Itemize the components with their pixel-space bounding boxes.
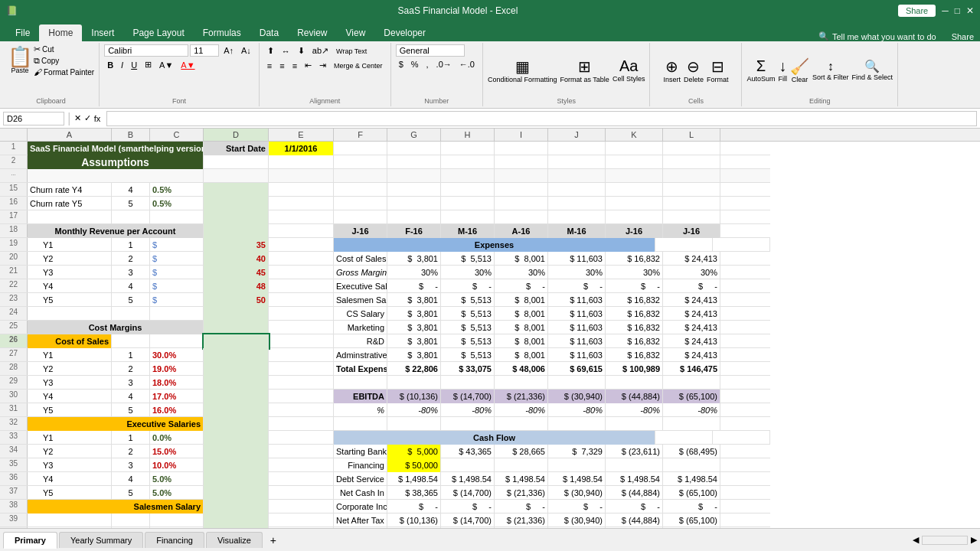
cell-D2[interactable] [204,155,269,169]
cell-K1[interactable] [606,142,663,155]
align-bottom-button[interactable]: ⬇ [295,44,308,57]
cell-A18[interactable]: Monthly Revenue per Account [28,224,204,238]
sheet-tab-primary[interactable]: Primary [3,532,57,549]
merge-center-button[interactable]: Merge & Center [331,60,386,71]
col-header-H[interactable]: H [441,129,495,141]
share-btn[interactable]: Share [952,32,974,41]
col-header-J[interactable]: J [548,129,606,141]
cell-A1[interactable]: SaaS Financial Model (smarthelping versi… [28,142,204,155]
minimize-icon[interactable]: ─ [942,5,949,16]
cell-styles-button[interactable]: Aa Cell Styles [612,57,645,83]
tab-developer[interactable]: Developer [374,24,435,41]
align-center-button[interactable]: ≡ [276,60,287,72]
cell-L1[interactable] [663,142,720,155]
increase-font-button[interactable]: A↑ [220,44,237,57]
cell-J2[interactable] [548,155,606,169]
percent-button[interactable]: % [408,58,422,70]
decrease-font-button[interactable]: A↓ [238,44,254,57]
cell-reference-box[interactable] [3,112,64,126]
cell-L2[interactable] [663,155,720,169]
col-header-I[interactable]: I [495,129,548,141]
cell-A15[interactable]: Churn rate Y4 [28,183,112,197]
cell-E16[interactable] [269,197,334,210]
number-format-dropdown[interactable] [396,44,465,57]
currency-button[interactable]: $ [396,58,407,70]
fill-button[interactable]: ↓ Fill [778,57,787,83]
col-header-K[interactable]: K [606,129,663,141]
col-header-G[interactable]: G [387,129,441,141]
format-as-table-button[interactable]: ⊞ Format as Table [560,57,609,83]
cell-E1[interactable]: 1/1/2016 [269,142,334,155]
close-icon[interactable]: ✕ [966,5,974,16]
tab-insert[interactable]: Insert [82,24,123,41]
cell-D1[interactable]: Start Date [204,142,269,155]
cell-D16[interactable] [204,197,269,210]
align-top-button[interactable]: ⬆ [264,44,277,57]
cell-H1[interactable] [441,142,495,155]
cell-B16[interactable]: 5 [112,197,150,210]
conditional-formatting-button[interactable]: ▦ Conditional Formatting [488,57,557,83]
cell-I16[interactable] [495,197,548,210]
col-header-L[interactable]: L [663,129,720,141]
cell-J15[interactable] [548,183,606,197]
share-button[interactable]: Share [898,5,936,17]
format-painter-button[interactable]: 🖌Format Painter [34,67,94,77]
border-button[interactable]: ⊞ [142,58,155,71]
font-size-input[interactable] [190,44,219,57]
tab-file[interactable]: File [6,24,39,41]
cell-H15[interactable] [441,183,495,197]
cell-K15[interactable] [606,183,663,197]
tab-data[interactable]: Data [250,24,288,41]
cell-L15[interactable] [663,183,720,197]
cell-A2[interactable]: Assumptions [28,155,204,169]
sheet-tab-yearly[interactable]: Yearly Summary [59,532,143,548]
cell-D18[interactable] [204,224,269,238]
cell-E2[interactable] [269,155,334,169]
cell-J1[interactable] [548,142,606,155]
col-header-E[interactable]: E [269,129,334,141]
decrease-decimal-button[interactable]: ←.0 [456,58,478,70]
font-name-input[interactable] [104,44,188,57]
tab-formulas[interactable]: Formulas [194,24,250,41]
cell-C16[interactable]: 0.5% [150,197,204,210]
bold-button[interactable]: B [104,59,116,71]
format-cell-button[interactable]: ⊟ Format [707,57,729,83]
decrease-indent-button[interactable]: ⇤ [302,59,315,72]
cell-A16[interactable]: Churn rate Y5 [28,197,112,210]
cell-K2[interactable] [606,155,663,169]
increase-decimal-button[interactable]: .0→ [433,58,455,70]
copy-button[interactable]: ⧉Copy [34,56,94,66]
cell-G16[interactable] [387,197,441,210]
cell-D15[interactable] [204,183,269,197]
cut-button[interactable]: ✂Cut [34,44,94,54]
cell-J16[interactable] [548,197,606,210]
fill-color-button[interactable]: A▼ [156,59,176,71]
cell-K16[interactable] [606,197,663,210]
cell-F2[interactable] [334,155,387,169]
insert-function-icon[interactable]: fx [94,114,101,123]
col-header-B[interactable]: B [112,129,150,141]
cell-F1[interactable] [334,142,387,155]
paste-button[interactable]: 📋 Paste [8,47,32,74]
add-sheet-button[interactable]: + [264,531,283,549]
cell-H2[interactable] [441,155,495,169]
sheet-tab-financing[interactable]: Financing [145,532,204,548]
find-select-button[interactable]: 🔍 Find & Select [851,59,893,81]
cell-L16[interactable] [663,197,720,210]
comma-button[interactable]: , [423,58,432,70]
tab-page-layout[interactable]: Page Layout [123,24,193,41]
cell-H16[interactable] [441,197,495,210]
col-header-F[interactable]: F [334,129,387,141]
increase-indent-button[interactable]: ⇥ [316,59,329,72]
font-color-button[interactable]: A▼ [178,59,198,71]
autosum-button[interactable]: Σ AutoSum [746,57,775,83]
align-middle-button[interactable]: ↔ [279,45,293,57]
col-header-C[interactable]: C [150,129,204,141]
confirm-icon[interactable]: ✓ [84,113,91,123]
cell-C15[interactable]: 0.5% [150,183,204,197]
italic-button[interactable]: I [118,59,126,71]
cell-G2[interactable] [387,155,441,169]
tab-view[interactable]: View [337,24,375,41]
col-header-A[interactable]: A [28,129,112,141]
col-header-D[interactable]: D [204,129,269,141]
